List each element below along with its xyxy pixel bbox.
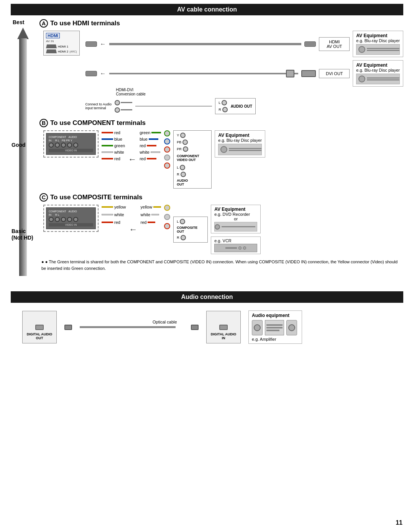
audio-out-label: AUDIO OUT [231,104,252,108]
section-a-circle: A [39,19,48,28]
svg-marker-0 [17,28,29,39]
composite-r-label: R [177,236,179,240]
hdmi-connector-left-1 [85,41,97,47]
av-eq-c1-title: AV Equipment [214,207,257,212]
src-blue-pb: blue [140,137,161,141]
av-eq-c2: e.g. VCR [211,236,261,254]
audio-rca-source: L R [219,100,228,112]
composite-ports-row [49,217,93,222]
optical-cable-label: Optical cable [153,320,177,324]
comp-c-arrow: ← [129,225,138,235]
hdmi-connector-left-2 [85,71,97,76]
bluray-device-b [218,144,262,155]
audio-connection-header: Audio connection [11,291,403,303]
composite-diagram: COMPONENT AUDIO IN R L [43,205,403,254]
comp-wire-blue-label: blue [114,137,122,141]
vcr-slot [225,247,237,249]
composite-l-rca [180,219,185,224]
audio-l-source: L [219,100,228,105]
audio-r-label: R [219,108,221,112]
hdmi2-label: HDMI 2 [58,50,68,53]
audio-l-rca [222,100,227,105]
dvd-slot-a [222,226,255,227]
disc-icon-b [220,146,227,153]
audio-rca-row: Connect to Audio input terminal [85,98,403,114]
section-b-title: To use COMPONENT terminals [50,119,146,127]
device-slot-2b [367,79,399,80]
quality-arrow-icon [15,28,31,281]
speaker-left-cone [254,324,261,331]
av-eq-2-title: AV Equipment [356,62,400,68]
hdmi1-port-row: HDMI 1 [46,44,77,48]
rca-red-icon-c [164,223,170,229]
audio-eq-title: Audio equipment [252,313,299,318]
src-green-y-label: green [140,130,150,135]
hdmi-diagram: HDMI AV IN HDMI 1 HDMI 2 (ARC) [43,31,403,114]
hdmi-av-out-label2: AV OUT [323,44,345,49]
composite-l-out: L [177,219,204,224]
src-blue-pb-wire [149,138,158,140]
composite-out-inner: L COMPOSITEOUT R [177,219,204,240]
src-green-y: green [140,130,161,135]
comp-audio-l-rca [180,165,185,170]
hdmi-av-out-label1: HDMI [323,39,345,44]
audio-cable-line [135,106,212,107]
src-red-pr: red [140,143,161,148]
comp-c-white-wire [102,214,113,215]
rca-r-wire [121,109,132,110]
connect-audio-line1: Connect to Audio [85,102,112,106]
device-slot-bb [229,150,261,151]
section-c-circle: C [39,193,48,202]
digital-in-label-text: DIGITAL AUDIO IN [211,332,236,340]
rca-l-row [115,100,132,105]
connect-audio-label: Connect to Audio input terminal [85,102,112,110]
comp-y-rca-out [180,133,186,138]
comp-wire-red1-label: red [114,130,120,135]
comp-wire-red2: red [102,156,125,161]
comp-in-label: COMPONENT [49,136,66,138]
composite-out-box: L COMPOSITEOUT R [173,217,208,243]
section-b-circle: B [39,119,48,127]
comp-video-out-label: COMPONENTVIDEO OUT [177,154,208,162]
dvi-adapter-icon [286,70,294,77]
composite-r-rca [181,235,186,240]
tv-component-box: COMPONENT AUDIO IN R L PB PR Y [46,133,96,155]
hdmi2-port-icon [46,49,57,53]
hdmi-cable-and-eq: ← HDMI AV OUT AV [85,31,403,114]
composite-sub-labels: IN R L [49,213,93,216]
audio-eq-label: e.g. Amplifier [252,337,299,342]
speaker-right-cone [288,324,295,331]
comp-port-3 [61,143,66,148]
av-eq-1-sub: e.g. Blu-ray Disc player [356,38,400,43]
comp-c-port-2 [55,217,60,222]
av-eq-c1-sub: e.g. DVD Recorder [214,212,257,217]
y-tv-label: Y [71,139,72,142]
r-label-c: R [55,213,57,216]
digital-out-label: DIGITAL AUDIO OUT [26,332,53,340]
quality-nothd-label: (Not HD) [12,235,33,241]
device-slot-2a [367,77,399,79]
src-white-l: white [140,150,161,154]
tv-component-dashed: COMPONENT AUDIO IN R L PB PR Y [43,130,99,158]
page-wrapper: AV cable connection Best Good Basic (Not [0,0,414,532]
comp-c-yellow: yellow [102,205,126,209]
arrow-left-2: ← [100,70,106,77]
comp-wire-white-label: white [114,150,124,154]
rca-tv-connectors [115,100,132,113]
composite-l-label: L [177,220,179,223]
optical-cable [80,326,176,328]
digital-out-box: DIGITAL AUDIO OUT [22,311,57,343]
audio-equipment-box: Audio equipment e.g. Amplifier [248,310,302,344]
dvi-out-box: DVI OUT [319,69,350,78]
composite-out-label: COMPOSITEOUT [177,226,204,233]
src-c-red-wire [148,222,155,223]
note-content: ● The Green terminal is shared for both … [41,259,398,271]
comp-wire-blue-line [102,138,113,140]
comp-y-out: Y [177,133,208,138]
comp-wire-white-line [102,151,113,153]
rca-l-icon [115,100,120,105]
av-cable-header: AV cable connection [11,4,403,15]
comp-wire-green-line [102,145,113,146]
comp-c-port-4 [67,217,72,222]
comp-c-red-label: red [114,220,120,225]
